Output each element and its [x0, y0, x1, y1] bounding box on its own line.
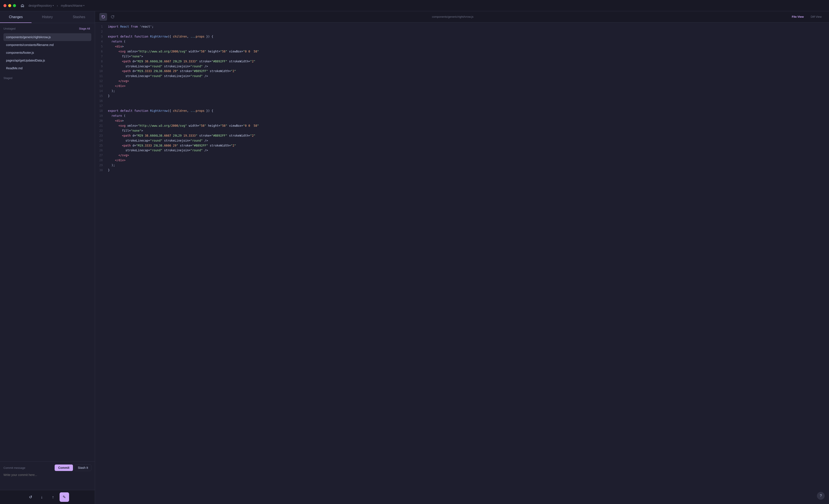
line-number: 27 — [95, 153, 106, 158]
line-content: <div> — [106, 118, 829, 123]
file-item-4[interactable]: ReadMe.md — [3, 64, 91, 72]
repo-name: designRepository — [29, 4, 52, 7]
unstaged-label: Unstaged — [3, 27, 15, 30]
line-number: 6 — [95, 49, 106, 54]
code-container[interactable]: 1import React from 'react';2 3export def… — [95, 23, 829, 504]
edit-button[interactable]: ✎ — [60, 492, 69, 502]
commit-header: Commit message Commit Stash It — [3, 465, 91, 471]
code-line-row: 28 </div> — [95, 158, 829, 163]
refresh-button[interactable]: ↺ — [26, 492, 35, 502]
branch-button[interactable]: myBranchName ▾ — [60, 3, 86, 8]
line-number: 7 — [95, 54, 106, 59]
code-line-row: 15} — [95, 94, 829, 99]
unstaged-header: Unstaged Stage All — [3, 27, 91, 31]
line-content: } — [106, 94, 829, 99]
line-number: 16 — [95, 99, 106, 103]
code-line-row: 20 <div> — [95, 118, 829, 123]
line-number: 14 — [95, 88, 106, 94]
line-number: 8 — [95, 59, 106, 64]
line-number: 19 — [95, 113, 106, 118]
line-content: export default function RightArrow({ chi… — [106, 108, 829, 113]
line-content: </div> — [106, 83, 829, 88]
line-number: 17 — [95, 103, 106, 108]
file-item-3[interactable]: pages/api/getUpdatedData.js — [3, 57, 91, 64]
help-button[interactable]: ? — [817, 492, 825, 500]
code-line-row: 22 fill="none"> — [95, 128, 829, 133]
home-icon[interactable] — [20, 3, 25, 8]
code-line-row: 5 <div> — [95, 44, 829, 49]
staged-section: Staged — [3, 76, 91, 80]
line-content — [106, 29, 829, 34]
upload-icon: ↑ — [52, 495, 54, 500]
code-line-row: 21 <svg xmlns="http://www.w3.org/2000/sv… — [95, 123, 829, 128]
repo-chevron-icon: ▾ — [53, 4, 54, 7]
code-line-row: 11 strokeLinecap="round" strokeLinejoin=… — [95, 74, 829, 79]
line-number: 24 — [95, 138, 106, 143]
download-icon: ↓ — [41, 495, 43, 500]
repo-button[interactable]: designRepository ▾ — [27, 3, 55, 8]
sidebar-file-list: Unstaged Stage All components/generic/ri… — [0, 23, 95, 461]
push-button[interactable]: ↑ — [48, 492, 58, 502]
line-content: import React from 'react'; — [106, 24, 829, 29]
commit-message-input[interactable] — [3, 473, 91, 486]
code-line-row: 26 strokeLinecap="round" strokeLinejoin=… — [95, 148, 829, 153]
line-content: strokeLinecap="round" strokeLinejoin="ro… — [106, 74, 829, 79]
code-line-row: 19 return ( — [95, 113, 829, 118]
line-content: <path d="M29 38.6666L38.6667 29L29 19.33… — [106, 59, 829, 64]
line-content — [106, 99, 829, 103]
branch-name: myBranchName — [61, 4, 82, 7]
line-number: 29 — [95, 163, 106, 168]
commit-button[interactable]: Commit — [55, 465, 73, 471]
line-content: strokeLinecap="round" strokeLinejoin="ro… — [106, 64, 829, 69]
line-number: 13 — [95, 83, 106, 88]
code-line-row: 29 ); — [95, 163, 829, 168]
code-line-row: 7 fill="none"> — [95, 54, 829, 59]
minimize-dot[interactable] — [8, 4, 11, 7]
tab-changes[interactable]: Changes — [0, 11, 32, 23]
stage-all-button[interactable]: Stage All — [78, 27, 91, 31]
line-content: <path d="M19.3333 29L38.6666 29" stroke=… — [106, 69, 829, 74]
code-line-row: 3export default function RightArrow({ ch… — [95, 34, 829, 39]
commit-area: Commit message Commit Stash It — [0, 461, 95, 490]
maximize-dot[interactable] — [13, 4, 16, 7]
line-number: 5 — [95, 44, 106, 49]
undo-button[interactable] — [99, 13, 107, 21]
code-line-row: 30} — [95, 168, 829, 173]
diff-view-button[interactable]: Diff View — [807, 14, 825, 20]
commit-actions: Commit Stash It — [55, 465, 91, 471]
code-line-row: 17 — [95, 103, 829, 108]
stash-button[interactable]: Stash It — [75, 465, 91, 471]
line-content: } — [106, 168, 829, 173]
line-number: 12 — [95, 79, 106, 83]
tab-stashes[interactable]: Stashes — [63, 11, 95, 23]
code-line-row: 23 <path d="M29 38.6666L38.6667 29L29 19… — [95, 133, 829, 138]
line-content: <path d="M29 38.6666L38.6667 29L29 19.33… — [106, 133, 829, 138]
editor-filepath: components/generic/rightArrow.js — [432, 15, 473, 19]
code-line-row: 14 ); — [95, 88, 829, 94]
file-item-2[interactable]: components/footer.js — [3, 49, 91, 57]
refresh-icon: ↺ — [29, 495, 32, 500]
redo-button[interactable] — [109, 13, 116, 21]
code-line-row: 10 <path d="M19.3333 29L38.6666 29" stro… — [95, 69, 829, 74]
breadcrumb: designRepository ▾ › myBranchName ▾ — [27, 3, 86, 8]
bottom-toolbar: ↺ ↓ ↑ ✎ — [0, 490, 95, 504]
line-number: 15 — [95, 94, 106, 99]
tab-history[interactable]: History — [32, 11, 63, 23]
file-item-1[interactable]: components/constants/filename.md — [3, 41, 91, 49]
code-line-row: 9 strokeLinecap="round" strokeLinejoin="… — [95, 64, 829, 69]
file-item-0[interactable]: components/generic/rightArrow.js — [3, 33, 91, 41]
pull-button[interactable]: ↓ — [37, 492, 47, 502]
file-view-button[interactable]: File View — [789, 14, 807, 20]
code-line-row: 4 return ( — [95, 39, 829, 44]
window-controls — [3, 4, 16, 7]
editor: components/generic/rightArrow.js File Vi… — [95, 11, 829, 504]
code-line-row: 2 — [95, 29, 829, 34]
close-dot[interactable] — [3, 4, 6, 7]
line-number: 10 — [95, 69, 106, 74]
code-line-row: 12 </svg> — [95, 79, 829, 83]
code-table: 1import React from 'react';2 3export def… — [95, 24, 829, 173]
line-number: 25 — [95, 143, 106, 148]
main-content: Changes History Stashes Unstaged Stage A… — [0, 11, 829, 504]
line-number: 28 — [95, 158, 106, 163]
line-content: <svg xmlns="http://www.w3.org/2000/svg" … — [106, 123, 829, 128]
